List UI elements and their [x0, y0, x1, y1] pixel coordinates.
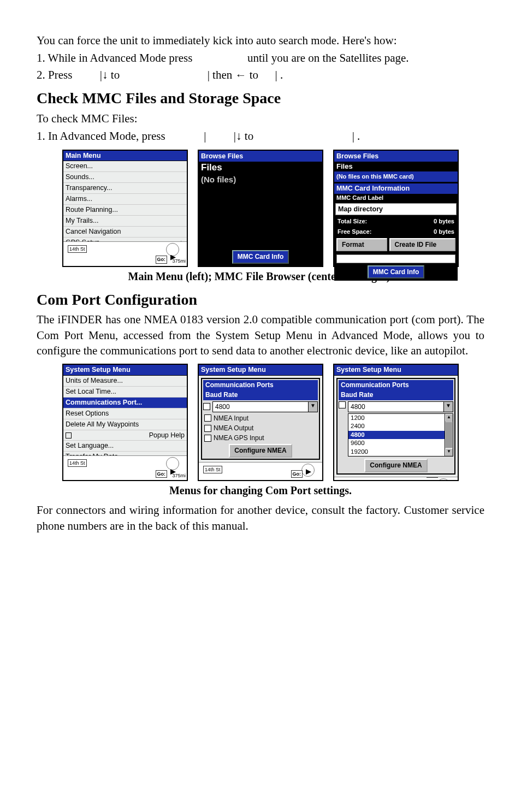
menu-item[interactable]: Transparency...: [63, 183, 187, 194]
step2-arrow1: |↓ to: [100, 68, 120, 81]
menu-item[interactable]: Route Planning...: [63, 205, 187, 216]
baud-rate-value: 4800: [213, 402, 308, 412]
files-label: Files: [334, 162, 458, 171]
screenshot-mmc-info: Browse Files Files (No files on this MMC…: [333, 150, 459, 267]
mmc-label-header: MMC Card Label: [334, 194, 458, 202]
map-preview: 14th St Go:: [334, 477, 458, 481]
map-directory-field[interactable]: Map directory: [335, 203, 457, 216]
system-setup-title: System Setup Menu: [199, 365, 322, 376]
screenshot-main-menu: Main Menu Screen... Sounds... Transparen…: [62, 150, 188, 267]
mmc-info-header: MMC Card Information: [334, 183, 458, 194]
heading-check-mmc: Check MMC Files and Storage Space: [37, 88, 484, 109]
com-port-paragraph: The iFINDER has one NMEA 0183 version 2.…: [37, 312, 484, 358]
screenshot-browse-files: Browse Files Files (No files) MMC Card I…: [198, 150, 323, 267]
menu-item[interactable]: Cancel Navigation: [63, 227, 187, 238]
baud-option[interactable]: 2400: [348, 422, 445, 431]
scroll-up-icon[interactable]: ▲: [445, 414, 453, 422]
check-step-1: 1. In Advanced Mode, press | |↓ to | .: [37, 128, 484, 144]
figure-row-2: System Setup Menu Units of Measure... Se…: [37, 364, 484, 481]
menu-item[interactable]: Transfer My Data...: [63, 452, 187, 455]
map-go-label: Go:: [156, 470, 168, 478]
no-files-text: (No files): [199, 174, 322, 186]
menu-item[interactable]: GPS Setup▶: [63, 238, 187, 241]
map-scale: 375mi: [172, 258, 186, 264]
compass-icon: [166, 243, 179, 256]
step1-text-b: until you are on the Satellites page.: [247, 51, 409, 64]
baud-rate-listbox[interactable]: 1200 2400 4800 9600 19200 ▲ ▼: [348, 413, 453, 457]
browse-header: Browse Files: [199, 151, 322, 162]
menu-item[interactable]: My Trails...: [63, 216, 187, 227]
map-preview: 14th St Go: 375mi: [63, 241, 187, 266]
browse-title: Browse Files: [201, 152, 243, 161]
free-space-label: Free Space:: [338, 228, 371, 236]
map-go-label: Go:: [291, 470, 303, 478]
create-id-file-button[interactable]: Create ID File: [389, 238, 456, 251]
mmc-card-info-button[interactable]: MMC Card Info: [232, 250, 289, 263]
screenshot-baud-list: System Setup Menu Units of Measure... Se…: [333, 364, 459, 481]
outro-paragraph: For connectors and wiring information fo…: [37, 502, 484, 534]
baud-option[interactable]: 19200: [348, 448, 445, 457]
checkbox-icon[interactable]: [339, 401, 346, 408]
baud-rate-select[interactable]: 4800 ▼: [212, 401, 318, 412]
figure-2-caption: Menus for changing Com Port settings.: [37, 483, 484, 498]
map-go-label: Go:: [156, 256, 168, 263]
scroll-thumb[interactable]: [446, 422, 452, 448]
scroll-down-icon[interactable]: ▼: [445, 448, 453, 456]
step-2: 2. Press |↓ to | then ← to | .: [37, 67, 484, 82]
nmea-input-checkbox[interactable]: NMEA Input: [203, 413, 318, 423]
menu-item[interactable]: Screen...: [63, 161, 187, 172]
heading-com-port: Com Port Configuration: [37, 289, 484, 310]
nmea-gps-input-checkbox[interactable]: NMEA GPS Input: [203, 433, 318, 443]
step2-end: | .: [275, 68, 283, 81]
dropdown-arrow-icon[interactable]: ▼: [308, 402, 317, 412]
step2-press: 2. Press: [37, 68, 72, 81]
step-1: 1. While in Advanced Mode press until yo…: [37, 50, 484, 66]
system-setup-list: Units of Measure... Set Local Time... Co…: [63, 376, 187, 455]
step1-text-a: 1. While in Advanced Mode press: [37, 51, 192, 64]
baud-option[interactable]: 9600: [348, 439, 445, 448]
dropdown-arrow-icon[interactable]: ▼: [443, 402, 453, 412]
main-menu-title: Main Menu: [63, 151, 187, 162]
configure-nmea-button[interactable]: Configure NMEA: [364, 459, 427, 472]
mmc-card-info-button[interactable]: MMC Card Info: [368, 265, 425, 278]
popup-title: Communication Ports: [203, 380, 318, 390]
step2-then: | then ← to: [208, 68, 258, 81]
files-label: Files: [199, 162, 322, 174]
check-intro: To check MMC Files:: [37, 111, 484, 126]
menu-item[interactable]: Popup Help: [63, 430, 187, 441]
baud-rate-select[interactable]: 4800 ▼: [348, 401, 453, 412]
baud-option-selected[interactable]: 4800: [348, 431, 445, 440]
total-size-value: 0 bytes: [434, 217, 454, 226]
menu-item[interactable]: Reset Options: [63, 408, 187, 419]
nmea-output-checkbox[interactable]: NMEA Output: [203, 423, 318, 433]
empty-field: [336, 254, 455, 263]
screenshot-comm-popup: System Setup Menu Units of Measure... Se…: [198, 364, 323, 481]
menu-item-comm-port[interactable]: Communications Port...: [63, 398, 187, 408]
compass-icon: [166, 457, 179, 470]
baud-rate-label: Baud Rate: [203, 390, 318, 400]
system-setup-title: System Setup Menu: [334, 365, 458, 376]
main-menu-list: Screen... Sounds... Transparency... Alar…: [63, 161, 187, 241]
compass-icon: [301, 464, 315, 477]
menu-item[interactable]: Alarms...: [63, 194, 187, 205]
map-go-label: Go:: [427, 477, 439, 478]
menu-item[interactable]: Delete All My Waypoints: [63, 419, 187, 430]
popup-title: Communication Ports: [339, 380, 453, 390]
checkbox-icon[interactable]: [203, 403, 210, 410]
scrollbar[interactable]: ▲ ▼: [445, 414, 453, 457]
menu-item[interactable]: Sounds...: [63, 172, 187, 183]
configure-nmea-button[interactable]: Configure NMEA: [229, 444, 292, 457]
menu-item[interactable]: Units of Measure...: [63, 376, 187, 387]
map-street-label: 14th St: [68, 459, 87, 467]
menu-item[interactable]: Set Local Time...: [63, 387, 187, 398]
map-street-label: 14th St: [203, 466, 222, 473]
comm-ports-popup: Communication Ports Baud Rate 4800 ▼ 120…: [336, 378, 455, 474]
free-space-value: 0 bytes: [434, 228, 454, 236]
map-scale: 375mi: [172, 472, 186, 479]
map-preview: 14th St Go: 375mi: [63, 455, 187, 480]
baud-option[interactable]: 1200: [348, 414, 445, 423]
check1a: 1. In Advanced Mode, press: [37, 129, 165, 143]
format-button[interactable]: Format: [336, 238, 387, 251]
map-street-label: 14th St: [68, 245, 87, 253]
menu-item[interactable]: Set Language...: [63, 441, 187, 452]
